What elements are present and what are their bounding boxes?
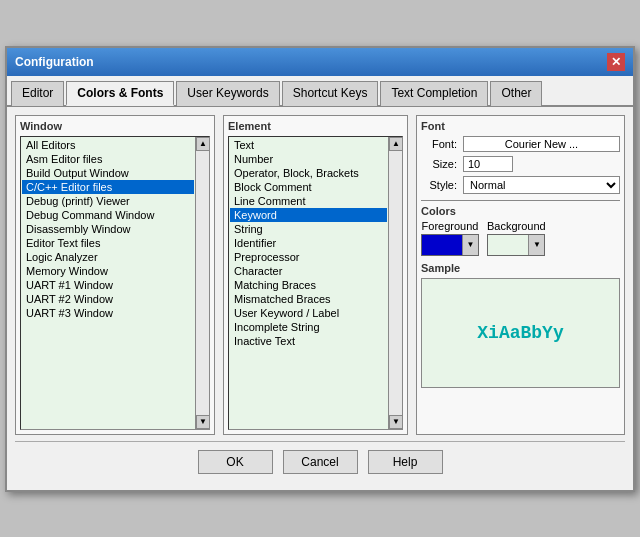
list-item[interactable]: Incomplete String: [230, 320, 387, 334]
element-panel-title: Element: [228, 120, 403, 132]
list-item[interactable]: UART #1 Window: [22, 278, 194, 292]
list-item[interactable]: Identifier: [230, 236, 387, 250]
font-style-select[interactable]: Normal Bold Italic Bold Italic: [463, 176, 620, 194]
element-scroll-down[interactable]: ▼: [389, 415, 403, 429]
list-item[interactable]: All Editors: [22, 138, 194, 152]
element-list[interactable]: TextNumberOperator, Block, BracketsBlock…: [229, 137, 388, 429]
configuration-dialog: Configuration ✕ Editor Colors & Fonts Us…: [5, 46, 635, 492]
list-item[interactable]: Block Comment: [230, 180, 387, 194]
tab-shortcut-keys[interactable]: Shortcut Keys: [282, 81, 379, 106]
foreground-label: Foreground: [422, 220, 479, 232]
list-item[interactable]: UART #3 Window: [22, 306, 194, 320]
cancel-button[interactable]: Cancel: [283, 450, 358, 474]
window-panel-title: Window: [20, 120, 210, 132]
list-item[interactable]: Keyword: [230, 208, 387, 222]
font-size-label: Size:: [421, 158, 457, 170]
scroll-up-arrow[interactable]: ▲: [196, 137, 210, 151]
font-size-input[interactable]: [463, 156, 513, 172]
list-item[interactable]: Memory Window: [22, 264, 194, 278]
window-list-container: All EditorsAsm Editor filesBuild Output …: [20, 136, 210, 430]
background-label: Background: [487, 220, 546, 232]
background-swatch-row: ▼: [487, 234, 545, 256]
element-scroll-track[interactable]: [389, 151, 402, 415]
sample-title: Sample: [421, 262, 620, 274]
tab-colors-fonts[interactable]: Colors & Fonts: [66, 81, 174, 106]
foreground-group: Foreground ▼: [421, 220, 479, 256]
colors-row: Foreground ▼ Background ▼: [421, 220, 620, 256]
list-item[interactable]: Editor Text files: [22, 236, 194, 250]
background-group: Background ▼: [487, 220, 546, 256]
list-item[interactable]: Operator, Block, Brackets: [230, 166, 387, 180]
font-panel: Font Font: Courier New ... Size: Style: …: [416, 115, 625, 435]
background-swatch[interactable]: [488, 235, 528, 255]
list-item[interactable]: Matching Braces: [230, 278, 387, 292]
sample-text: XiAaBbYy: [477, 323, 563, 343]
scroll-down-arrow[interactable]: ▼: [196, 415, 210, 429]
list-item[interactable]: UART #2 Window: [22, 292, 194, 306]
bottom-bar: OK Cancel Help: [15, 441, 625, 482]
foreground-dropdown-btn[interactable]: ▼: [462, 235, 478, 255]
window-panel: Window All EditorsAsm Editor filesBuild …: [15, 115, 215, 435]
font-section-title: Font: [421, 120, 620, 132]
sample-section: Sample XiAaBbYy: [421, 262, 620, 388]
font-name-button[interactable]: Courier New ...: [463, 136, 620, 152]
font-style-label: Style:: [421, 179, 457, 191]
list-item[interactable]: Build Output Window: [22, 166, 194, 180]
window-scrollbar[interactable]: ▲ ▼: [195, 137, 209, 429]
font-controls: Font: Courier New ... Size: Style: Norma…: [421, 136, 620, 194]
tab-text-completion[interactable]: Text Completion: [380, 81, 488, 106]
list-item[interactable]: Asm Editor files: [22, 152, 194, 166]
tab-other[interactable]: Other: [490, 81, 542, 106]
background-dropdown-btn[interactable]: ▼: [528, 235, 544, 255]
help-button[interactable]: Help: [368, 450, 443, 474]
element-panel: Element TextNumberOperator, Block, Brack…: [223, 115, 408, 435]
dialog-title: Configuration: [15, 55, 94, 69]
tab-bar: Editor Colors & Fonts User Keywords Shor…: [7, 76, 633, 107]
list-item[interactable]: Mismatched Braces: [230, 292, 387, 306]
list-item[interactable]: Character: [230, 264, 387, 278]
list-item[interactable]: Line Comment: [230, 194, 387, 208]
font-style-row: Style: Normal Bold Italic Bold Italic: [421, 176, 620, 194]
list-item[interactable]: Number: [230, 152, 387, 166]
list-item[interactable]: Debug (printf) Viewer: [22, 194, 194, 208]
sample-box: XiAaBbYy: [421, 278, 620, 388]
list-item[interactable]: Text: [230, 138, 387, 152]
font-size-row: Size:: [421, 156, 620, 172]
tab-user-keywords[interactable]: User Keywords: [176, 81, 279, 106]
font-name-label: Font:: [421, 138, 457, 150]
font-name-row: Font: Courier New ...: [421, 136, 620, 152]
list-item[interactable]: String: [230, 222, 387, 236]
tab-editor[interactable]: Editor: [11, 81, 64, 106]
list-item[interactable]: Preprocessor: [230, 250, 387, 264]
window-list[interactable]: All EditorsAsm Editor filesBuild Output …: [21, 137, 195, 429]
ok-button[interactable]: OK: [198, 450, 273, 474]
list-item[interactable]: User Keyword / Label: [230, 306, 387, 320]
foreground-swatch[interactable]: [422, 235, 462, 255]
list-item[interactable]: Debug Command Window: [22, 208, 194, 222]
list-item[interactable]: Logic Analyzer: [22, 250, 194, 264]
scroll-track[interactable]: [196, 151, 209, 415]
close-button[interactable]: ✕: [607, 53, 625, 71]
panels-row: Window All EditorsAsm Editor filesBuild …: [15, 115, 625, 435]
element-scrollbar[interactable]: ▲ ▼: [388, 137, 402, 429]
list-item[interactable]: Disassembly Window: [22, 222, 194, 236]
list-item[interactable]: Inactive Text: [230, 334, 387, 348]
main-content: Window All EditorsAsm Editor filesBuild …: [7, 107, 633, 490]
foreground-swatch-row: ▼: [421, 234, 479, 256]
element-list-container: TextNumberOperator, Block, BracketsBlock…: [228, 136, 403, 430]
colors-divider: Colors: [421, 200, 620, 217]
element-scroll-up[interactable]: ▲: [389, 137, 403, 151]
title-bar: Configuration ✕: [7, 48, 633, 76]
list-item[interactable]: C/C++ Editor files: [22, 180, 194, 194]
